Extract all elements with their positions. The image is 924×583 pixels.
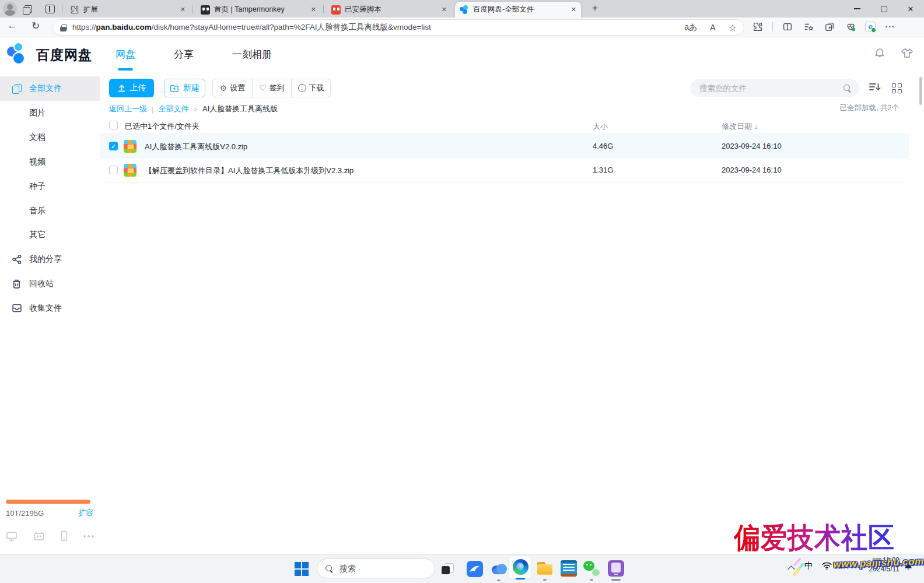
xunlei-app-icon[interactable] (467, 561, 483, 577)
wechat-app-icon[interactable] (583, 560, 600, 577)
upload-button[interactable]: 上传 (109, 79, 154, 97)
taskbar-search-input[interactable] (338, 563, 408, 574)
tab-close-icon[interactable]: ✕ (442, 6, 447, 13)
pc-client-icon[interactable] (6, 531, 18, 542)
download-icon: ↓ (298, 84, 306, 92)
row-checkbox[interactable] (109, 166, 118, 174)
tab-tampermonkey-home[interactable]: 首页 | Tampermonkey ✕ (196, 2, 321, 17)
file-search-box[interactable] (690, 79, 859, 97)
scrollbar-thumb[interactable] (919, 77, 922, 105)
nav-share[interactable]: 分享 (173, 48, 195, 61)
tab-installed-scripts[interactable]: 已安装脚本 ✕ (327, 2, 452, 17)
sidebar-item-videos[interactable]: 视频 (0, 150, 100, 174)
sidebar-item-torrents[interactable]: 种子 (0, 174, 100, 199)
task-view-icon[interactable] (442, 563, 454, 576)
file-search-input[interactable] (698, 83, 844, 93)
column-size[interactable]: 大小 (593, 121, 608, 132)
breadcrumb-root[interactable]: 全部文件 (158, 104, 188, 114)
selection-info: 已选中1个文件/文件夹 (125, 121, 200, 132)
favorite-star-icon[interactable]: ☆ (729, 22, 737, 33)
tab-label: 扩展 (83, 5, 176, 15)
tab-extensions[interactable]: 扩展 ✕ (65, 2, 190, 17)
mobile-client-icon[interactable] (61, 531, 68, 542)
android-client-icon[interactable] (33, 531, 45, 542)
ie-mode-icon[interactable]: e (865, 22, 876, 32)
sidebar-item-pictures[interactable]: 图片 (0, 101, 100, 125)
notepad-app-icon[interactable] (561, 560, 577, 577)
baidu-netdisk-app-icon[interactable] (491, 561, 507, 577)
file-size: 1.31G (593, 166, 613, 174)
more-devices-icon[interactable] (83, 535, 94, 538)
settings-button[interactable]: ⚙设置 (213, 79, 252, 97)
file-name[interactable]: 【解压覆盖到软件目录】AI人脸替换工具低版本升级到V2.3.zip (145, 166, 354, 176)
nav-moments-album[interactable]: 一刻相册 (231, 48, 273, 61)
row-checkbox[interactable]: ✓ (109, 142, 118, 150)
select-all-checkbox[interactable] (109, 121, 118, 129)
wifi-icon[interactable] (821, 561, 832, 573)
column-date[interactable]: 修改日期 ↓ (722, 121, 758, 132)
back-button[interactable]: ← (5, 20, 20, 31)
profile-avatar-icon[interactable] (3, 2, 17, 16)
workspaces-icon[interactable] (22, 3, 34, 15)
file-row[interactable]: ✓ AI人脸替换工具离线版V2.0.zip 4.46G 2023-09-24 1… (100, 134, 909, 158)
sidebar-item-my-shares[interactable]: 我的分享 (0, 247, 100, 272)
settings-more-icon[interactable]: ··· (884, 20, 897, 33)
running-indicator (611, 579, 621, 581)
checkin-button[interactable]: ♡签到 (252, 79, 291, 97)
browser-tab-bar: 扩展 ✕ 首页 | Tampermonkey ✕ 已安装脚本 ✕ 百度网盘-全部… (0, 0, 924, 17)
browser-essentials-icon[interactable] (844, 20, 857, 33)
nav-netdisk[interactable]: 网盘 (114, 48, 136, 61)
clock[interactable]: 11:08 2024/5/11 (853, 556, 900, 574)
search-icon[interactable] (844, 85, 851, 92)
notification-center-icon[interactable] (904, 561, 913, 573)
collections-icon[interactable] (823, 20, 836, 33)
taskbar-search[interactable] (317, 559, 435, 578)
edge-app-icon[interactable] (513, 559, 528, 575)
new-folder-button[interactable]: 新建 (164, 79, 205, 97)
tab-close-icon[interactable]: ✕ (180, 6, 186, 13)
file-row[interactable]: 【解压覆盖到软件目录】AI人脸替换工具低版本升级到V2.3.zip 1.31G … (100, 158, 909, 182)
running-indicator (543, 579, 547, 581)
window-close-button[interactable]: ✕ (897, 0, 924, 17)
sidebar-item-documents[interactable]: 文档 (0, 125, 100, 150)
sidebar-item-collected-files[interactable]: 收集文件 (0, 296, 100, 321)
split-screen-icon[interactable] (781, 20, 794, 33)
sidebar-item-recycle-bin[interactable]: 回收站 (0, 272, 100, 296)
refresh-button[interactable]: ↻ (28, 20, 43, 32)
read-aloud-icon[interactable]: A (710, 23, 715, 32)
window-minimize-button[interactable] (844, 0, 870, 17)
ime-indicator[interactable]: 中 (804, 560, 813, 571)
file-browser-main: 上传 新建 ⚙设置 ♡签到 ↓下载 返回上一级 (100, 71, 924, 554)
storage-expand-link[interactable]: 扩容 (78, 508, 93, 518)
sidebar-item-music[interactable]: 音乐 (0, 199, 100, 223)
tab-label: 已安装脚本 (345, 5, 437, 15)
tab-baidu-netdisk[interactable]: 百度网盘-全部文件 ✕ (455, 2, 581, 17)
sort-icon[interactable] (869, 82, 881, 94)
tab-close-icon[interactable]: ✕ (311, 6, 316, 13)
file-explorer-icon[interactable] (537, 560, 553, 577)
zip-file-icon (124, 140, 136, 153)
tampermonkey-icon (201, 5, 210, 15)
address-bar[interactable]: https://pan.baidu.com/disk/home?stayAtHo… (52, 19, 744, 36)
sidebar-item-others[interactable]: 其它 (0, 223, 100, 247)
file-date: 2023-09-24 16:10 (722, 142, 782, 150)
baidu-favicon (460, 5, 469, 15)
translate-icon[interactable]: aあ (684, 22, 697, 33)
theme-skin-icon[interactable] (901, 47, 914, 61)
extensions-icon[interactable] (751, 20, 764, 33)
window-restore-button[interactable] (870, 0, 897, 17)
tab-close-icon[interactable]: ✕ (571, 6, 576, 13)
favorites-hub-icon[interactable] (802, 20, 815, 33)
download-button[interactable]: ↓下载 (291, 79, 330, 97)
breadcrumb-back[interactable]: 返回上一级 (109, 104, 147, 114)
file-name[interactable]: AI人脸替换工具离线版V2.0.zip (145, 142, 247, 152)
baidu-netdisk-logo[interactable] (7, 43, 33, 66)
mobile-emulator-app-icon[interactable] (608, 560, 624, 577)
new-tab-button[interactable]: + (588, 2, 602, 14)
grid-view-icon[interactable] (892, 83, 902, 93)
start-button[interactable] (295, 562, 309, 576)
tab-actions-icon[interactable] (44, 3, 56, 15)
notification-bell-icon[interactable] (874, 47, 886, 61)
upload-icon (117, 84, 126, 93)
sidebar-item-all-files[interactable]: 全部文件 (0, 76, 100, 101)
